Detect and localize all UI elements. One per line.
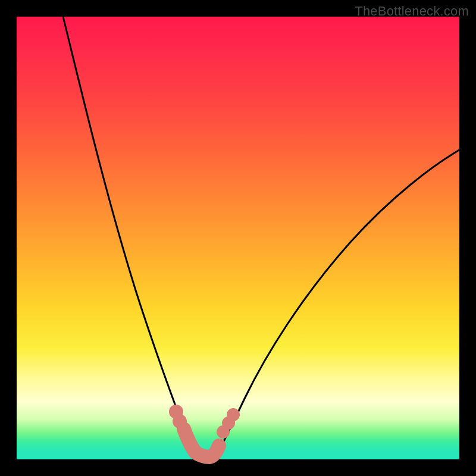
curve-layer	[17, 17, 459, 459]
curve-left-branch	[63, 17, 195, 455]
marker-dot	[173, 414, 187, 428]
plot-area	[17, 17, 459, 459]
valley-sausage	[184, 429, 219, 457]
marker-dot	[227, 408, 240, 421]
curve-right-branch	[217, 150, 459, 455]
outer-frame: TheBottleneck.com	[0, 0, 476, 476]
